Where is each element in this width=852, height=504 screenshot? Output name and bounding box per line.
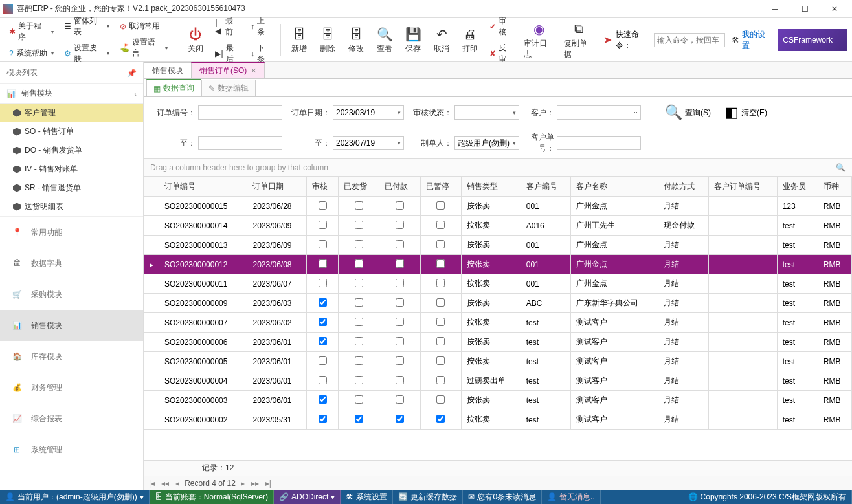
checkbox[interactable] [319, 376, 327, 384]
group-by-bar[interactable]: Drag a column header here to group by th… [144, 159, 852, 177]
checkbox[interactable] [436, 318, 445, 326]
checkbox[interactable] [436, 298, 445, 307]
checkbox[interactable] [355, 298, 363, 307]
csframework-badge[interactable]: CSFramework [778, 29, 847, 51]
combo-approve[interactable]: ▾ [454, 105, 519, 120]
save-button[interactable]: 💾保存 [400, 23, 426, 57]
input-orderno-to[interactable] [198, 136, 282, 150]
checkbox[interactable] [436, 337, 445, 345]
checkbox[interactable] [355, 356, 363, 365]
view-button[interactable]: 🔍查看 [372, 23, 398, 57]
table-row[interactable]: SO2023000000042023/06/01过磅卖出单test测试客户月结t… [144, 371, 852, 391]
checkbox[interactable] [396, 318, 404, 326]
checkbox[interactable] [436, 259, 445, 268]
module-6[interactable]: 📈综合报表 [0, 403, 143, 434]
checkbox[interactable] [436, 415, 445, 423]
col-11[interactable]: 业务员 [777, 177, 818, 197]
table-row[interactable]: SO2023000000072023/06/02按张卖test测试客户月结tes… [144, 313, 852, 333]
query-button[interactable]: 🔍查询(S) [659, 101, 717, 124]
tab-sales-order[interactable]: 销售订单(SO)✕ [191, 62, 265, 78]
table-row[interactable]: SO2023000000052023/06/01按张卖test测试客户月结tes… [144, 352, 852, 371]
data-grid[interactable]: 订单编号订单日期审核已发货已付款已暂停销售类型客户编号客户名称付款方式客户订单编… [144, 177, 852, 460]
syshelp-button[interactable]: ?系统帮助▾ [6, 47, 56, 60]
clear-button[interactable]: ◧清空(E) [719, 101, 773, 124]
subtab-query[interactable]: ▦数据查询 [146, 79, 201, 96]
col-7[interactable]: 客户编号 [521, 177, 571, 197]
tab-close-icon[interactable]: ✕ [251, 67, 256, 75]
audit-log-button[interactable]: ◉审计日志 [520, 17, 557, 63]
approve-button[interactable]: ✔审核 [487, 14, 515, 39]
col-2[interactable]: 审核 [307, 177, 339, 197]
edit-button[interactable]: 🗄修改 [343, 23, 369, 57]
checkbox[interactable] [355, 221, 363, 229]
table-row[interactable]: SO2023000000092023/06/03按张卖ABC广东新华字典公司月结… [144, 294, 852, 313]
col-10[interactable]: 客户订单编号 [708, 177, 777, 197]
checkbox[interactable] [319, 356, 327, 365]
sidebar-node-3[interactable]: IV - 销售对账单 [0, 160, 143, 179]
formlist-button[interactable]: ☰窗体列表▾ [62, 14, 112, 39]
prev-button[interactable]: ↑上条 [248, 14, 275, 39]
about-button[interactable]: ✱关于程序▾ [6, 19, 56, 44]
checkbox[interactable] [436, 240, 445, 248]
input-orderno[interactable] [198, 105, 282, 120]
col-12[interactable]: 币种 [818, 177, 851, 197]
nav-next[interactable]: ▸ [240, 479, 246, 488]
unfav-button[interactable]: ⊘取消常用 [117, 19, 170, 33]
status-sys[interactable]: 🛠系统设置 [341, 490, 393, 504]
input-custorder[interactable] [557, 136, 641, 150]
module-3[interactable]: 📊销售模块 [0, 310, 143, 341]
checkbox[interactable] [396, 221, 404, 229]
my-settings-link[interactable]: 🛠我的设置 [729, 28, 774, 52]
pin-icon[interactable]: 📌 [127, 69, 137, 78]
maximize-button[interactable]: ☐ [790, 0, 820, 18]
nav-first[interactable]: |◂ [148, 479, 156, 488]
first-button[interactable]: |◀最前 [212, 14, 242, 39]
status-cache[interactable]: 🔄更新缓存数据 [393, 490, 463, 504]
quickcmd-input[interactable] [654, 33, 725, 47]
checkbox[interactable] [436, 201, 445, 210]
copy-bill-button[interactable]: ⧉复制单据 [560, 17, 598, 63]
combo-maker[interactable]: 超级用户(勿删)▾ [454, 136, 519, 150]
nav-prev[interactable]: ◂ [174, 479, 181, 488]
checkbox[interactable] [355, 415, 363, 423]
col-8[interactable]: 客户名称 [571, 177, 658, 197]
checkbox[interactable] [396, 240, 404, 248]
close-window-button[interactable]: ✕ [820, 0, 849, 18]
module-7[interactable]: ⊞系统管理 [0, 434, 143, 465]
nav-next-page[interactable]: ▸▸ [250, 479, 260, 488]
checkbox[interactable] [319, 279, 327, 287]
sidebar-node-2[interactable]: DO - 销售发货单 [0, 141, 143, 160]
checkbox[interactable] [355, 259, 363, 268]
checkbox[interactable] [319, 415, 327, 423]
checkbox[interactable] [319, 201, 327, 210]
status-user[interactable]: 👤当前用户：(admin-超级用户(勿删))▾ [0, 490, 150, 504]
module-2[interactable]: 🛒采购模块 [0, 279, 143, 310]
col-4[interactable]: 已付款 [379, 177, 420, 197]
table-row[interactable]: SO2023000000062023/06/01按张卖test测试客户月结tes… [144, 333, 852, 352]
col-1[interactable]: 订单日期 [247, 177, 307, 197]
lang-button[interactable]: ⛳设置语言▾ [117, 36, 170, 60]
checkbox[interactable] [355, 318, 363, 326]
checkbox[interactable] [396, 376, 404, 384]
checkbox[interactable] [355, 337, 363, 345]
module-4[interactable]: 🏠库存模块 [0, 341, 143, 372]
subtab-edit[interactable]: ✎数据编辑 [201, 80, 256, 96]
sidebar-node-0[interactable]: 客户管理 [0, 104, 143, 122]
status-account[interactable]: 🗄当前账套：Normal(SqlServer) [150, 490, 274, 504]
checkbox[interactable] [319, 298, 327, 307]
checkbox[interactable] [319, 318, 327, 326]
table-row[interactable]: SO2023000000022023/05/31按张卖test测试客户月结tes… [144, 410, 852, 430]
date-from[interactable]: 2023/03/19▾ [333, 105, 404, 120]
col-6[interactable]: 销售类型 [461, 177, 521, 197]
sidebar-node-5[interactable]: 送货明细表 [0, 197, 143, 216]
checkbox[interactable] [396, 337, 404, 345]
table-row[interactable]: SO2023000000142023/06/09按张卖A016广州王先生现金付款… [144, 216, 852, 236]
checkbox[interactable] [436, 221, 445, 229]
table-row[interactable]: SO2023000000132023/06/09按张卖001广州金点月结test… [144, 236, 852, 255]
table-row[interactable]: SO2023000000032023/06/01按张卖test测试客户月结tes… [144, 391, 852, 410]
nav-last[interactable]: ▸| [264, 479, 273, 488]
checkbox[interactable] [355, 376, 363, 384]
table-row[interactable]: ▸SO2023000000122023/06/08按张卖001广州金点月结tes… [144, 255, 852, 274]
checkbox[interactable] [319, 221, 327, 229]
checkbox[interactable] [319, 240, 327, 248]
